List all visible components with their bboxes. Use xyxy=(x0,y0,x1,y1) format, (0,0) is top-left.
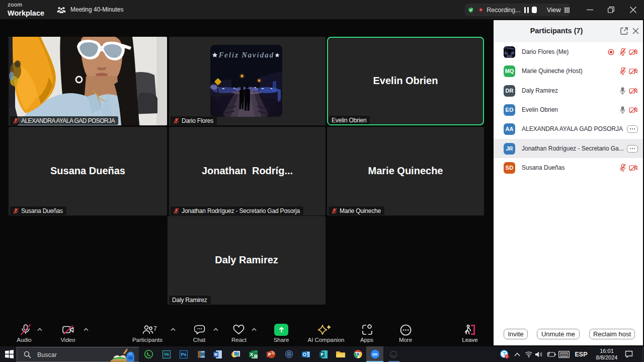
svg-text:Feliz Navidad: Feliz Navidad xyxy=(218,51,274,59)
